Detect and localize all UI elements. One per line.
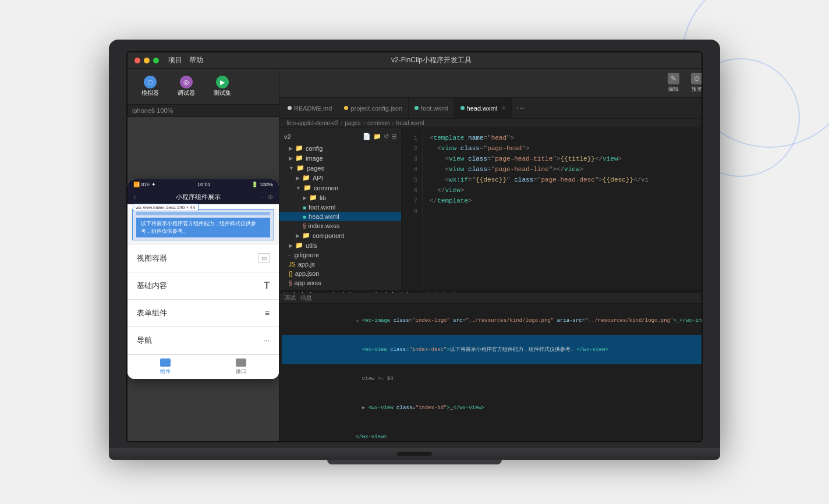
phone-tab-components[interactable]: 组件: [127, 359, 203, 375]
collapse-icon[interactable]: ⊟: [391, 133, 396, 140]
tree-label: config: [306, 145, 323, 152]
editor-main: v2 📄 📁 ↺ ⊟: [279, 128, 703, 290]
tree-item-index-wxss[interactable]: § index.wxss: [279, 221, 401, 230]
menu-label-basic-content: 基础内容: [137, 281, 167, 291]
api-tab-icon: [236, 359, 246, 367]
tab-head-wxml[interactable]: head.wxml ×: [455, 98, 512, 118]
title-bar: 项目 帮助 v2-FinClip小程序开发工具: [127, 52, 702, 69]
minimize-button[interactable]: [144, 58, 150, 63]
tree-item-lib[interactable]: ▶ 📁 lib: [279, 193, 401, 203]
line-num-1: 1: [402, 133, 422, 143]
devtools-tab-elements[interactable]: 调试: [284, 294, 296, 302]
new-file-icon[interactable]: 📄: [363, 133, 371, 140]
tree-item-api[interactable]: ▶ 📁 API: [279, 173, 401, 183]
nav-icon: ···: [263, 336, 270, 345]
code-lines: 1 2 3 4 5 6 7 8: [402, 128, 703, 290]
tab-more-icon[interactable]: ···: [512, 103, 529, 113]
folder-icon: 📁: [296, 164, 304, 172]
menu-label-form: 表单组件: [137, 308, 167, 318]
preview-icon: ⊙: [691, 73, 703, 84]
ide-toolbar: ✎ 编辑 ⊙ 预览 📱 真机调试 □ 切后台: [279, 69, 703, 98]
tree-item-image[interactable]: ▶ 📁 image: [279, 153, 401, 163]
phone-nav-bar: ‹ 小程序组件展示 ··· ⊕: [127, 190, 279, 204]
breadcrumb: fino-applet-demo-v2 › pages › common › h…: [279, 119, 703, 128]
tree-item-component[interactable]: ▶ 📁 component: [279, 230, 401, 240]
tree-item-common[interactable]: ▼ 📁 common: [279, 183, 401, 193]
tab-head-close-icon[interactable]: ×: [502, 105, 505, 111]
code-line-6: </view>: [423, 185, 703, 196]
menu-item-view-container[interactable]: 视图容器 ▭: [127, 245, 279, 272]
laptop-notch: [397, 452, 432, 456]
devtools-tab-info[interactable]: 信息: [300, 294, 312, 302]
code-line-3: <view class="page-head-title">{{title}}<…: [423, 154, 703, 164]
tab-foot-wxml[interactable]: foot.wxml: [409, 98, 454, 118]
line-num-5: 5: [402, 175, 422, 185]
tree-item-pages[interactable]: ▼ 📁 pages: [279, 163, 401, 173]
preview-btn[interactable]: ⊙ 预览: [686, 70, 703, 95]
tree-item-app-json[interactable]: {} app.json: [279, 269, 401, 278]
debugger-btn[interactable]: ◎ 调试器: [171, 73, 202, 100]
selected-text: 以下将展示小程序官方组件能力，组件样式仅供参考，组件仅供参考。: [136, 218, 270, 237]
menu-item-help[interactable]: 帮助: [189, 55, 203, 65]
folder-icon: 📁: [302, 174, 310, 182]
menu-item-project[interactable]: 项目: [168, 55, 182, 65]
json-icon: {}: [289, 271, 293, 277]
dom-line-desc[interactable]: <wx-view class="index-desc">以下将展示小程序官方组件…: [282, 335, 703, 364]
dom-line-close-view[interactable]: </wx-view>: [282, 423, 703, 441]
arrow-icon: ▶: [289, 243, 293, 249]
line-num-8: 8: [402, 206, 422, 216]
phone-title: 小程序组件展示: [176, 193, 221, 201]
dom-line-index-bd[interactable]: ▶ <wx-view class="index-bd">_</wx-view>: [282, 393, 703, 423]
menu-item-nav[interactable]: 导航 ···: [127, 327, 279, 354]
menu-item-form[interactable]: 表单组件 ≡: [127, 300, 279, 327]
folder-icon: 📁: [295, 242, 303, 249]
tree-item-config[interactable]: ▶ 📁 config: [279, 143, 401, 153]
dom-line-view-ref[interactable]: view >= $0: [282, 364, 703, 393]
tree-label: image: [306, 155, 323, 162]
edit-label: 编辑: [668, 86, 679, 93]
line-numbers: 1 2 3 4 5 6 7 8: [402, 128, 423, 290]
breadcrumb-item-0: fino-applet-demo-v2: [286, 120, 338, 126]
menu-item-basic-content[interactable]: 基础内容 T: [127, 272, 279, 300]
new-folder-icon[interactable]: 📁: [373, 133, 381, 140]
code-editor[interactable]: 1 2 3 4 5 6 7 8: [402, 128, 703, 290]
bottom-split: 调试 信息 ↘ <wx-image class="index-logo" src…: [279, 293, 703, 441]
testset-icon: ▶: [216, 76, 229, 88]
tree-item-head-wxml[interactable]: ■ head.wxml: [279, 212, 401, 221]
tab-project-config[interactable]: project.config.json: [338, 98, 409, 118]
close-button[interactable]: [134, 58, 140, 63]
tab-readme[interactable]: README.md: [282, 98, 338, 118]
arrow-icon: ▶: [303, 195, 307, 201]
phone-tab-api[interactable]: 接口: [203, 359, 279, 375]
dom-code: ↘ <wx-image class="index-logo" src="../r…: [279, 304, 703, 441]
dom-line-image[interactable]: ↘ <wx-image class="index-logo" src="../r…: [282, 306, 703, 335]
tree-item-gitignore[interactable]: · .gitignore: [279, 250, 401, 260]
laptop-stand: [327, 460, 502, 464]
tree-label: utils: [306, 242, 317, 249]
file-tree-header: v2 📄 📁 ↺ ⊟: [279, 130, 401, 143]
simulator-btn[interactable]: □ 模拟器: [134, 73, 166, 100]
phone-content: wx-view.index-desc 240 × 44 以下将展示小程序官方组件…: [127, 209, 279, 354]
arrow-icon: ▼: [289, 165, 294, 171]
maximize-button[interactable]: [153, 58, 159, 63]
tree-item-foot-wxml[interactable]: ■ foot.wxml: [279, 203, 401, 212]
code-content: <template name="head"> <view class="page…: [423, 128, 703, 290]
tree-item-app-wxss[interactable]: § app.wxss: [279, 278, 401, 288]
wxss-icon: §: [303, 223, 306, 229]
highlight-box: wx-view.index-desc 240 × 44 以下将展示小程序官方组件…: [132, 209, 274, 240]
wxss-icon: §: [289, 280, 292, 286]
tree-item-app-js[interactable]: JS app.js: [279, 260, 401, 269]
code-line-1: <template name="head">: [423, 133, 703, 143]
phone-battery: 🔋 100%: [251, 182, 273, 187]
form-icon: ≡: [265, 308, 270, 318]
tab-foot-wxml-label: foot.wxml: [421, 105, 448, 112]
laptop-base: [109, 448, 720, 460]
refresh-icon[interactable]: ↺: [384, 133, 389, 140]
tree-label: API: [313, 175, 323, 182]
testset-btn[interactable]: ▶ 测试集: [207, 73, 238, 100]
tree-item-utils[interactable]: ▶ 📁 utils: [279, 240, 401, 250]
laptop-screen: 项目 帮助 v2-FinClip小程序开发工具 □ 模拟器: [126, 51, 703, 442]
breadcrumb-sep-0: ›: [341, 120, 342, 126]
arrow-icon: ▶: [289, 145, 293, 151]
edit-btn[interactable]: ✎ 编辑: [663, 70, 684, 95]
